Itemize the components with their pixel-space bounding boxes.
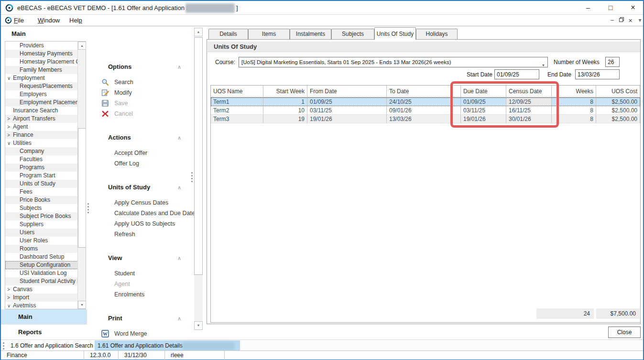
table-cell[interactable]: 1 — [263, 98, 307, 106]
sidebar-item-employers[interactable]: Employers — [5, 90, 78, 98]
chevron-right-icon[interactable]: > — [7, 294, 13, 302]
mdi-restore-button[interactable] — [617, 17, 625, 23]
panel-scrollbar[interactable]: ▲ ▼ — [194, 28, 203, 330]
table-cell[interactable]: $2,500.00 — [596, 106, 640, 115]
sidebar-item-avetmiss[interactable]: ∨Avetmiss — [5, 302, 78, 309]
refresh-button[interactable]: Refresh — [90, 229, 194, 240]
table-cell[interactable]: 13/03/26 — [387, 115, 451, 123]
sidebar-item-finance[interactable]: >Finance — [5, 131, 78, 139]
student-button[interactable]: Student — [90, 268, 194, 279]
calculate-dates-and-due-date-button[interactable]: Calculate Dates and Due Date — [90, 208, 194, 218]
table-cell[interactable]: 01/09/25 — [307, 98, 387, 106]
sidebar-item-request-placements[interactable]: Request/Placements — [5, 82, 78, 90]
sidebar-item-rooms[interactable]: Rooms — [5, 245, 78, 253]
table-cell[interactable] — [451, 106, 461, 115]
column-header[interactable] — [451, 86, 461, 98]
sidebar-section-main[interactable]: Main — [1, 309, 87, 325]
mdi-menu-dropdown[interactable]: ▾ — [636, 17, 644, 23]
offer-log-button[interactable]: Offer Log — [90, 158, 194, 169]
panel-scrollbar-thumb[interactable] — [194, 37, 203, 275]
sidebar-item-user-roles[interactable]: User Roles — [5, 237, 78, 245]
sidebar-item-import[interactable]: >Import — [5, 294, 78, 302]
chevron-up-icon[interactable]: ∧ — [177, 134, 181, 142]
chevron-right-icon[interactable]: > — [7, 123, 13, 131]
number-of-weeks-input[interactable] — [605, 57, 620, 67]
sidebar-item-price-books[interactable]: Price Books — [5, 196, 78, 204]
sidebar-item-family-members[interactable]: Family Members — [5, 66, 78, 74]
table-cell[interactable]: 16/11/25 — [506, 106, 552, 115]
table-row[interactable]: Term21003/11/2509/01/2603/11/2516/11/258… — [211, 106, 640, 115]
sidebar-item-suppliers[interactable]: Suppliers — [5, 220, 78, 229]
table-cell[interactable] — [451, 98, 461, 106]
modify-button[interactable]: Modify — [90, 87, 194, 98]
apply-census-dates-button[interactable]: Apply Census Dates — [90, 197, 194, 208]
sidebar-item-employment[interactable]: ∨Employment — [5, 74, 78, 82]
search-button[interactable]: Search — [90, 77, 194, 87]
panel-splitter-grip-icon[interactable] — [191, 172, 193, 184]
bottom-tab-details[interactable]: 1.61 Offer and Application Details - — [95, 340, 240, 351]
chevron-up-icon[interactable]: ∧ — [177, 184, 181, 192]
scroll-up-icon[interactable]: ▲ — [78, 42, 86, 50]
table-cell[interactable]: 12/09/25 — [506, 98, 552, 106]
close-window-button[interactable]: × — [622, 1, 644, 15]
accept-offer-button[interactable]: Accept Offer — [90, 148, 194, 158]
apply-uos-to-subjects-button[interactable]: Apply UOS to Subjects — [90, 218, 194, 229]
chevron-right-icon[interactable]: > — [7, 115, 13, 123]
scroll-down-icon[interactable]: ▼ — [78, 301, 86, 309]
table-cell[interactable]: 30/01/26 — [506, 115, 552, 123]
column-header[interactable]: From Date — [307, 86, 387, 98]
start-date-input[interactable] — [494, 69, 539, 79]
tab-details[interactable]: Details — [208, 29, 248, 39]
minimize-button[interactable]: – — [577, 1, 599, 15]
table-cell[interactable]: 8 — [552, 106, 596, 115]
panel-section-title[interactable]: Print∧ — [90, 314, 194, 322]
column-header[interactable]: UOS Cost — [596, 86, 640, 98]
course-combobox[interactable]: [UoS] Digital Marketing Essentials, Star… — [239, 57, 548, 67]
sidebar-item-programs[interactable]: Programs — [5, 164, 78, 172]
sidebar-item-users[interactable]: Users — [5, 229, 78, 237]
menu-window[interactable]: Window — [38, 17, 60, 24]
sidebar-item-fees[interactable]: Fees — [5, 188, 78, 196]
enrolments-button[interactable]: Enrolments — [90, 289, 194, 300]
sidebar-item-agent[interactable]: >Agent — [5, 123, 78, 131]
sidebar-item-units-of-study[interactable]: Units of Study — [5, 180, 78, 188]
table-row[interactable]: Term31919/01/2613/03/2619/01/2630/01/268… — [211, 115, 640, 123]
column-header[interactable]: To Date — [387, 86, 451, 98]
table-cell[interactable]: 19 — [263, 115, 307, 123]
chevron-down-icon[interactable]: ∨ — [7, 302, 13, 309]
sidebar-item-providers[interactable]: Providers — [5, 42, 78, 50]
sidebar-item-employment-placement-c[interactable]: Employment Placement C — [5, 98, 78, 107]
table-cell[interactable]: 8 — [552, 98, 596, 106]
table-cell[interactable]: 19/01/26 — [307, 115, 387, 123]
table-cell[interactable]: $2,500.00 — [596, 115, 640, 123]
table-cell[interactable]: $2,500.00 — [596, 98, 640, 106]
table-cell[interactable]: 8 — [552, 115, 596, 123]
panel-scroll-down-icon[interactable]: ▼ — [194, 321, 203, 330]
sidebar-item-setup-configuration[interactable]: Setup Configuration — [5, 261, 78, 269]
chevron-down-icon[interactable]: ∨ — [7, 139, 13, 147]
table-cell[interactable]: Term1 — [211, 98, 263, 106]
sidebar-item-company[interactable]: Company — [5, 147, 78, 155]
sidebar-item-utilities[interactable]: ∨Utilities — [5, 139, 78, 147]
close-button[interactable]: Close — [608, 327, 641, 338]
table-cell[interactable]: 01/09/25 — [461, 98, 506, 106]
chevron-right-icon[interactable]: > — [7, 285, 13, 294]
table-cell[interactable]: Term3 — [211, 115, 263, 123]
mdi-child-system-icon[interactable] — [5, 17, 12, 24]
sidebar-item-insurance-search[interactable]: Insurance Search — [5, 107, 78, 115]
chevron-up-icon[interactable]: ∧ — [177, 254, 181, 262]
sidebar-item-faculties[interactable]: Faculties — [5, 155, 78, 164]
tree-scrollbar[interactable]: ▲ ▼ — [77, 42, 86, 309]
chevron-up-icon[interactable]: ∧ — [177, 315, 181, 323]
table-cell[interactable]: 03/11/25 — [461, 106, 506, 115]
panel-section-title[interactable]: View∧ — [90, 254, 194, 262]
panel-section-title[interactable]: Actions∧ — [90, 133, 194, 142]
column-header[interactable]: Start Week — [263, 86, 307, 98]
bottom-tab-search[interactable]: 1.6 Offer and Application Search — [8, 340, 96, 351]
word-merge-button[interactable]: WWord Merge — [90, 328, 194, 339]
tab-instalments[interactable]: Instalments — [290, 29, 331, 39]
sidebar-item-canvas[interactable]: >Canvas — [5, 285, 78, 294]
sidebar-item-dashboard-setup[interactable]: Dashboard Setup — [5, 253, 78, 261]
chevron-down-icon[interactable]: ∨ — [7, 74, 13, 82]
tab-units-of-study[interactable]: Units Of Study — [374, 27, 416, 40]
